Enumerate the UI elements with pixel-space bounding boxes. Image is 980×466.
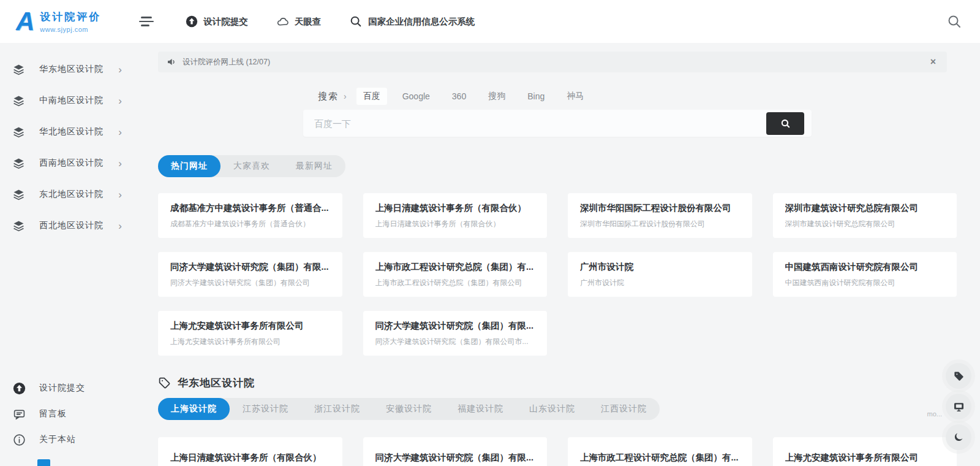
tab-anhui[interactable]: 安徽设计院 [373,398,445,420]
nav-label: 天眼查 [295,16,322,28]
card-title: 上海日清建筑设计事务所（有限合伙） [375,202,535,214]
company-card[interactable]: 上海市政工程设计研究总院（集团）有...上海市政工程设计研究总院（集团）有限公司 [363,252,548,297]
province-tabs: 上海设计院 江苏设计院 浙江设计院 安徽设计院 福建设计院 山东设计院 江西设计… [158,398,660,420]
tab-fujian[interactable]: 福建设计院 [445,398,516,420]
nav-tianyancha[interactable]: 天眼查 [276,15,322,28]
region-sidebar: 华东地区设计院 › 中南地区设计院 › 华北地区设计院 › 西南地区设计院 › … [0,43,142,466]
company-card[interactable]: 同济大学建筑设计研究院（集团）有限...同济大学建筑设计研究院（集团）有限公司 [158,252,342,297]
link-filter-pills: 热门网址 大家喜欢 最新网址 [158,155,345,177]
announcement-bar: 设计院评价网上线 (12/07) × [158,52,947,72]
engine-tab-sogou[interactable]: 搜狗 [481,88,512,105]
message-bubble-icon [13,408,26,421]
nav-label: 国家企业信用信息公示系统 [368,16,475,28]
engine-tab-google[interactable]: Google [396,88,437,104]
engine-tab-baidu[interactable]: 百度 [356,88,387,105]
company-card[interactable]: 深圳市华阳国际工程设计股份有限公司深圳市华阳国际工程设计股份有限公司 [568,193,752,238]
nav-credit-system[interactable]: 国家企业信用信息公示系统 [349,15,475,28]
card-title: 上海市政工程设计研究总院（集团）有... [375,261,535,273]
tab-shandong[interactable]: 山东设计院 [516,398,588,420]
company-card[interactable]: 成都基准方中建筑设计事务所（普通合...成都基准方中建筑设计事务所（普通合伙） [158,193,342,238]
mobile-view-fab-button[interactable] [946,394,971,419]
info-circle-icon [13,434,26,446]
search-badge-icon [349,15,363,28]
top-header: A 设计院评价 www.sjypj.com 设计院提交 天眼查 国家企业信用信息… [0,0,980,43]
card-subtitle: 中国建筑西南设计研究院有限公司 [785,278,945,288]
layers-icon [13,189,24,201]
search-engine-tabs: 搜索 › 百度 Google 360 搜狗 Bing 神马 [303,87,812,105]
back-to-top-button[interactable] [37,459,50,466]
chevron-right-icon: › [118,64,122,75]
company-card[interactable]: 上海日清建筑设计事务所（有限合伙） [158,437,342,466]
tag-icon [953,370,965,382]
mobile-hint-text: mo... [927,410,942,418]
chevron-right-icon: › [344,91,347,101]
tab-jiangxi[interactable]: 江西设计院 [588,398,660,420]
moon-icon [953,432,964,443]
engine-tab-shenma[interactable]: 神马 [560,88,590,105]
filter-favorites[interactable]: 大家喜欢 [221,155,283,177]
company-card[interactable]: 广州市设计院广州市设计院 [568,252,752,297]
sidebar-label: 东北地区设计院 [39,189,104,200]
site-logo[interactable]: A 设计院评价 www.sjypj.com [16,9,101,34]
company-card[interactable]: 上海日清建筑设计事务所（有限合伙）上海日清建筑设计事务所（有限合伙） [363,193,548,238]
sidebar-item-dongbei[interactable]: 东北地区设计院 › [0,185,142,204]
card-title: 深圳市建筑设计研究总院有限公司 [785,202,945,214]
nav-submit-institute[interactable]: 设计院提交 [186,15,248,28]
card-title: 上海市政工程设计研究总院（集团）有... [580,452,740,464]
header-search-button[interactable] [947,14,962,29]
chevron-right-icon: › [118,127,122,137]
tag-icon [158,376,171,389]
card-subtitle: 同济大学建筑设计研究院（集团）有限公司市... [375,337,535,347]
sidebar-label: 西南地区设计院 [39,158,104,169]
sidebar-footer: 设计院提交 留言板 关于本站 [0,379,142,456]
sidebar-item-huadong[interactable]: 华东地区设计院 › [0,60,142,78]
chevron-right-icon: › [118,189,122,200]
tab-shanghai[interactable]: 上海设计院 [158,398,230,420]
company-card[interactable]: 上海尤安建筑设计事务所有限公司上海尤安建筑设计事务所有限公司 [158,311,342,356]
search-label: 搜索 [318,91,339,102]
tab-jiangsu[interactable]: 江苏设计院 [230,398,301,420]
engine-tab-bing[interactable]: Bing [521,88,551,104]
announcement-text: 设计院评价网上线 (12/07) [183,57,270,67]
sidebar-label: 设计院提交 [39,383,85,394]
menu-toggle-icon[interactable] [139,14,154,29]
company-card[interactable]: 中国建筑西南设计研究院有限公司中国建筑西南设计研究院有限公司 [773,252,957,297]
card-title: 上海尤安建筑设计事务所有限公司 [785,452,945,464]
card-title: 上海尤安建筑设计事务所有限公司 [170,320,330,332]
search-submit-button[interactable] [766,112,804,135]
layers-icon [13,64,24,75]
search-section: 搜索 › 百度 Google 360 搜狗 Bing 神马 [303,87,812,137]
layers-icon [13,158,24,169]
card-title: 同济大学建筑设计研究院（集团）有限... [375,452,535,464]
sidebar-item-message-board[interactable]: 留言板 [0,405,142,423]
upload-circle-icon [186,15,198,28]
tab-zhejiang[interactable]: 浙江设计院 [301,398,373,420]
sidebar-item-huabei[interactable]: 华北地区设计院 › [0,123,142,141]
tags-fab-button[interactable] [946,363,971,389]
card-subtitle: 上海尤安建筑设计事务所有限公司 [170,337,330,347]
dark-mode-fab-button[interactable] [946,424,971,450]
card-title: 上海日清建筑设计事务所（有限合伙） [170,452,330,464]
logo-mark-icon: A [16,9,33,34]
filter-hot[interactable]: 热门网址 [158,155,221,177]
search-icon [780,118,791,129]
card-title: 深圳市华阳国际工程设计股份有限公司 [580,202,740,214]
sidebar-item-xinan[interactable]: 西南地区设计院 › [0,154,142,172]
filter-newest[interactable]: 最新网址 [283,155,345,177]
sidebar-label: 留言板 [39,408,67,419]
card-title: 同济大学建筑设计研究院（集团）有限... [170,261,330,273]
sidebar-item-submit[interactable]: 设计院提交 [0,379,142,397]
layers-icon [13,126,24,138]
company-card[interactable]: 上海尤安建筑设计事务所有限公司 [773,437,957,466]
company-card[interactable]: 上海市政工程设计研究总院（集团）有... [568,437,752,466]
company-card[interactable]: 同济大学建筑设计研究院（集团）有限...同济大学建筑设计研究院（集团）有限公司市… [363,311,548,356]
engine-tab-360[interactable]: 360 [445,88,473,104]
search-input[interactable] [314,118,766,129]
company-card[interactable]: 同济大学建筑设计研究院（集团）有限... [363,437,548,466]
sidebar-item-xibei[interactable]: 西北地区设计院 › [0,216,142,235]
sidebar-item-zhongnan[interactable]: 中南地区设计院 › [0,91,142,110]
close-icon[interactable]: × [930,57,936,67]
company-card[interactable]: 深圳市建筑设计研究总院有限公司深圳市建筑设计研究总院有限公司 [773,193,957,238]
sidebar-item-about[interactable]: 关于本站 [0,430,142,449]
card-subtitle: 深圳市华阳国际工程设计股份有限公司 [580,219,740,229]
